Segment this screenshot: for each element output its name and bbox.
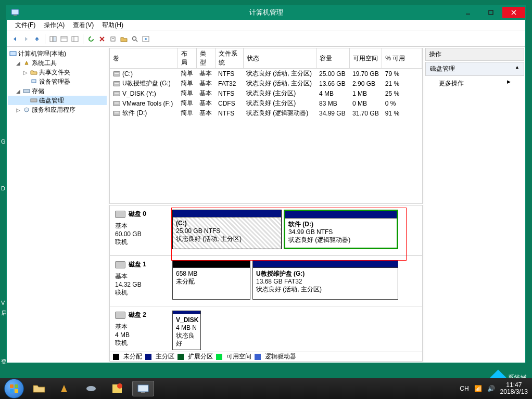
col-free[interactable]: 可用空间: [349, 48, 382, 69]
drive-icon: [113, 91, 120, 96]
desktop-label: V: [1, 300, 5, 306]
disk-graphical-pane[interactable]: 磁盘 0基本60.00 GB联机(C:)25.00 GB NTFS状态良好 (活…: [109, 205, 423, 362]
svg-rect-8: [61, 36, 67, 42]
volume-row[interactable]: VMware Tools (F:)简单基本CDFS状态良好 (主分区)83 MB…: [110, 98, 422, 108]
svg-point-19: [145, 38, 147, 40]
tree-device-manager[interactable]: 设备管理器: [8, 77, 107, 86]
start-button[interactable]: [4, 379, 24, 398]
taskbar-explorer-icon[interactable]: [28, 381, 50, 396]
properties-button[interactable]: [108, 34, 118, 44]
legend: 未分配 主分区 扩展分区 可用空间 逻辑驱动器: [110, 352, 422, 361]
volume-list-pane[interactable]: 卷 布局 类型 文件系统 状态 容量 可用空间 % 可用 (C:)简单基本NTF…: [109, 48, 423, 204]
back-button[interactable]: [10, 34, 20, 44]
forward-button[interactable]: [21, 34, 31, 44]
svg-point-31: [117, 383, 122, 389]
titlebar[interactable]: 计算机管理: [7, 5, 525, 20]
svg-point-16: [133, 36, 136, 40]
minimize-button[interactable]: [457, 7, 479, 18]
refresh-button[interactable]: [86, 34, 96, 44]
clock-date[interactable]: 2018/3/13: [500, 389, 528, 395]
tree-services[interactable]: ▷服务和应用程序: [8, 105, 107, 114]
menu-file[interactable]: 文件(F): [11, 21, 40, 30]
actions-section-diskmgmt[interactable]: 磁盘管理▲: [425, 62, 524, 76]
drive-icon: [113, 71, 120, 76]
separator: [83, 34, 83, 44]
svg-rect-22: [23, 89, 30, 93]
svg-rect-0: [11, 9, 19, 15]
col-pct[interactable]: % 可用: [382, 48, 422, 69]
volume-row[interactable]: V_DISK (Y:)简单基本NTFS状态良好 (主分区)4 MB1 MB25 …: [110, 88, 422, 98]
collapse-icon: ▲: [515, 65, 520, 73]
col-layout[interactable]: 布局: [178, 48, 196, 69]
taskbar[interactable]: CH 📶 🔊 11:47 2018/3/13: [0, 378, 532, 399]
disk-row[interactable]: 磁盘 0基本60.00 GB联机(C:)25.00 GB NTFS状态良好 (活…: [110, 205, 422, 256]
disk-icon: [115, 211, 125, 218]
col-capacity[interactable]: 容量: [316, 48, 349, 69]
actions-more[interactable]: 更多操作 ▶: [424, 77, 525, 90]
partition[interactable]: 软件 (D:)34.99 GB NTFS状态良好 (逻辑驱动器): [284, 210, 398, 249]
menu-action[interactable]: 操作(A): [40, 21, 69, 30]
partition[interactable]: (C:)25.00 GB NTFS状态良好 (活动, 主分区): [172, 210, 282, 249]
volume-row[interactable]: (C:)简单基本NTFS状态良好 (活动, 主分区)25.00 GB19.70 …: [110, 69, 422, 79]
svg-line-17: [136, 40, 137, 42]
drive-icon: [113, 81, 120, 86]
col-status[interactable]: 状态: [243, 48, 316, 69]
volume-table: 卷 布局 类型 文件系统 状态 容量 可用空间 % 可用 (C:)简单基本NTF…: [110, 48, 422, 118]
disk-row[interactable]: 磁盘 2基本4 MB联机V_DISK4 MB N状态良好: [110, 306, 422, 357]
partition[interactable]: 658 MB未分配: [172, 260, 250, 300]
col-volume[interactable]: 卷: [110, 48, 178, 69]
svg-rect-33: [141, 392, 145, 393]
svg-rect-1: [14, 15, 17, 16]
drive-icon: [113, 101, 120, 106]
window-title: 计算机管理: [249, 8, 283, 17]
svg-rect-3: [489, 10, 493, 15]
computer-management-window: 计算机管理 文件(F) 操作(A) 查看(V) 帮助(H) 计算机管理(本地) …: [6, 5, 526, 363]
taskbar-app-icon[interactable]: [106, 381, 128, 396]
tree-root[interactable]: 计算机管理(本地): [8, 49, 107, 58]
svg-rect-28: [15, 389, 18, 393]
view-detail-button[interactable]: [70, 34, 80, 44]
navigation-tree[interactable]: 计算机管理(本地) ◢系统工具 ▷共享文件夹 设备管理器 ◢存储 磁盘管理 ▷服…: [7, 47, 108, 363]
col-fs[interactable]: 文件系统: [215, 48, 243, 69]
delete-button[interactable]: [97, 34, 107, 44]
toolbar: [7, 31, 525, 47]
close-button[interactable]: [502, 7, 525, 18]
col-type[interactable]: 类型: [196, 48, 215, 69]
svg-rect-21: [32, 80, 36, 83]
desktop-label: D: [1, 185, 5, 191]
svg-rect-10: [72, 36, 78, 42]
svg-rect-32: [138, 385, 148, 392]
help-button[interactable]: [141, 34, 151, 44]
svg-rect-27: [10, 389, 14, 393]
svg-rect-7: [53, 36, 56, 42]
partition[interactable]: U教授维护盘 (G:)13.68 GB FAT32状态良好 (活动, 主分区): [252, 260, 398, 300]
tray-volume-icon[interactable]: 🔊: [487, 385, 495, 392]
taskbar-app-icon[interactable]: [80, 381, 102, 396]
tree-system-tools[interactable]: ◢系统工具: [8, 58, 107, 68]
system-tray[interactable]: CH 📶 🔊 11:47 2018/3/13: [460, 382, 528, 395]
actions-pane: 操作 磁盘管理▲ 更多操作 ▶: [424, 47, 525, 363]
tree-shared-folders[interactable]: ▷共享文件夹: [8, 68, 107, 77]
show-hide-tree-button[interactable]: [48, 34, 58, 44]
view-list-button[interactable]: [59, 34, 69, 44]
taskbar-app-icon[interactable]: [54, 381, 76, 396]
maximize-button[interactable]: [479, 7, 502, 18]
volume-row[interactable]: 软件 (D:)简单基本NTFS状态良好 (逻辑驱动器)34.99 GB31.70…: [110, 108, 422, 118]
app-icon: [9, 6, 21, 19]
up-button[interactable]: [32, 34, 42, 44]
svg-rect-14: [111, 37, 115, 41]
partition[interactable]: V_DISK4 MB N状态良好: [172, 311, 201, 350]
tree-disk-management[interactable]: 磁盘管理: [8, 96, 107, 105]
find-button[interactable]: [130, 34, 140, 44]
menubar: 文件(F) 操作(A) 查看(V) 帮助(H): [7, 20, 525, 31]
menu-help[interactable]: 帮助(H): [98, 21, 128, 30]
taskbar-compmgmt-icon[interactable]: [132, 381, 154, 396]
lang-indicator[interactable]: CH: [460, 385, 468, 392]
volume-row[interactable]: U教授维护盘 (G:)简单基本FAT32状态良好 (活动, 主分区)13.66 …: [110, 79, 422, 88]
tray-network-icon[interactable]: 📶: [474, 385, 482, 392]
menu-view[interactable]: 查看(V): [69, 21, 98, 30]
open-button[interactable]: [119, 34, 129, 44]
tree-storage[interactable]: ◢存储: [8, 86, 107, 96]
svg-point-24: [24, 108, 29, 112]
disk-row[interactable]: 磁盘 1基本14.32 GB联机658 MB未分配U教授维护盘 (G:)13.6…: [110, 256, 422, 306]
